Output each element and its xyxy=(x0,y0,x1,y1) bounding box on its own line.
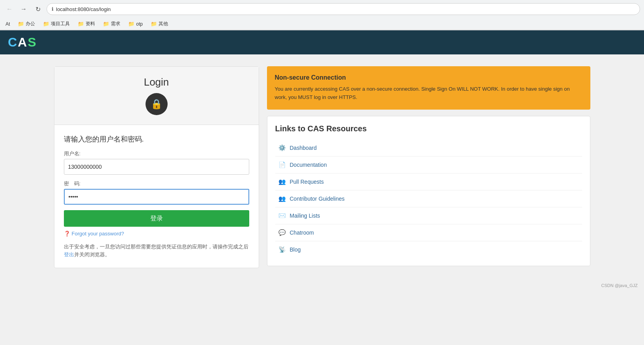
warning-text: You are currently accessing CAS over a n… xyxy=(275,85,582,102)
refresh-button[interactable]: ↻ xyxy=(32,4,43,15)
login-subtitle: 请输入您的用户名和密码. xyxy=(64,134,249,144)
resource-pull-requests[interactable]: 👥 Pull Requests xyxy=(275,173,582,190)
username-input[interactable] xyxy=(64,159,249,175)
gear-icon: ⚙️ xyxy=(278,144,286,151)
login-panel: Login 🔒 请输入您的用户名和密码. 用户名: 密 码: 登录 ❓ Forg… xyxy=(54,66,259,268)
back-button[interactable]: ← xyxy=(4,4,15,15)
password-label: 密 码: xyxy=(64,180,249,187)
people-icon-2: 👥 xyxy=(278,195,286,202)
password-input[interactable] xyxy=(64,189,249,205)
help-icon: ❓ xyxy=(64,231,70,237)
cas-logo: CAS xyxy=(8,35,37,50)
bookmark-materials[interactable]: 📁 资料 xyxy=(76,20,97,28)
username-label: 用户名: xyxy=(64,150,249,157)
forgot-password-link[interactable]: ❓ Forgot your password? xyxy=(64,231,249,237)
login-header: Login 🔒 xyxy=(54,67,259,125)
resource-documentation[interactable]: 📄 Documentation xyxy=(275,157,582,173)
folder-icon: 📁 xyxy=(151,21,157,27)
bookmarks-bar: At 📁 办公 📁 项目工具 📁 资料 📁 需求 📁 otp 📁 其他 xyxy=(0,18,644,30)
resource-contributor-guidelines[interactable]: 👥 Contributor Guidelines xyxy=(275,190,582,207)
folder-icon: 📁 xyxy=(128,21,134,27)
url-input[interactable] xyxy=(56,6,635,12)
login-body: 请输入您的用户名和密码. 用户名: 密 码: 登录 ❓ Forgot your … xyxy=(54,125,259,268)
logout-link[interactable]: 登出 xyxy=(64,252,74,257)
lock-icon: ℹ xyxy=(52,6,54,12)
people-icon: 👥 xyxy=(278,178,286,185)
resources-box: Links to CAS Resources ⚙️ Dashboard 📄 Do… xyxy=(267,116,590,266)
forward-button[interactable]: → xyxy=(18,4,29,15)
bookmark-office[interactable]: 📁 办公 xyxy=(16,20,37,28)
folder-icon: 📁 xyxy=(43,21,49,27)
folder-icon: 📁 xyxy=(78,21,84,27)
bookmark-requirements[interactable]: 📁 需求 xyxy=(101,20,122,28)
mail-icon: ✉️ xyxy=(278,212,286,219)
bookmark-tools[interactable]: 📁 项目工具 xyxy=(41,20,71,28)
warning-box: Non-secure Connection You are currently … xyxy=(267,66,590,110)
address-bar: ℹ xyxy=(47,3,640,15)
chat-icon: 💬 xyxy=(278,229,286,236)
main-content: Login 🔒 请输入您的用户名和密码. 用户名: 密 码: 登录 ❓ Forg… xyxy=(46,54,598,280)
folder-icon: 📁 xyxy=(18,21,24,27)
doc-icon: 📄 xyxy=(278,161,286,168)
bookmark-at[interactable]: At xyxy=(4,21,11,28)
resource-blog[interactable]: 📡 Blog xyxy=(275,241,582,258)
site-header: CAS xyxy=(0,30,644,54)
security-note: 出于安全考虑，一旦您访问过那些需要您提供凭证信息的应用时，请操作完成之后登出并关… xyxy=(64,243,249,258)
warning-title: Non-secure Connection xyxy=(275,74,582,81)
right-panel: Non-secure Connection You are currently … xyxy=(267,66,590,268)
bookmark-otp[interactable]: 📁 otp xyxy=(127,20,144,28)
page-footer: CSDN @java_GJZ xyxy=(0,280,644,291)
resource-mailing-lists[interactable]: ✉️ Mailing Lists xyxy=(275,207,582,224)
resources-title: Links to CAS Resources xyxy=(275,124,582,133)
folder-icon: 📁 xyxy=(103,21,109,27)
browser-toolbar: ← → ↻ ℹ xyxy=(0,0,644,18)
login-title: Login xyxy=(64,76,249,88)
browser-chrome: ← → ↻ ℹ At 📁 办公 📁 项目工具 📁 资料 📁 需求 📁 ot xyxy=(0,0,644,30)
resource-dashboard[interactable]: ⚙️ Dashboard xyxy=(275,140,582,157)
resource-chatroom[interactable]: 💬 Chatroom xyxy=(275,224,582,241)
footer-text: CSDN @java_GJZ xyxy=(601,283,638,288)
lock-circle-icon: 🔒 xyxy=(146,93,168,115)
rss-icon: 📡 xyxy=(278,246,286,253)
login-button[interactable]: 登录 xyxy=(64,210,249,227)
bookmark-other[interactable]: 📁 其他 xyxy=(149,20,170,28)
